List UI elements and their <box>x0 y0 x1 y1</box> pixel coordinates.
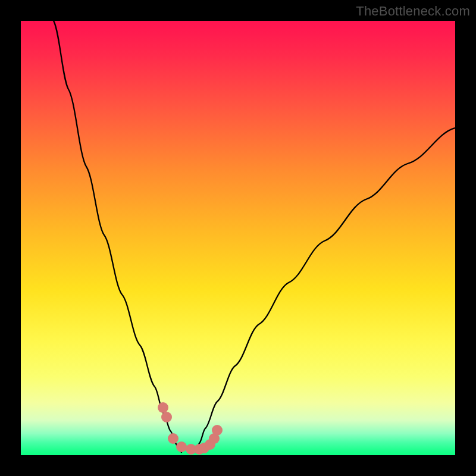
plot-area <box>21 21 455 455</box>
right-curve <box>196 128 455 452</box>
curves-group <box>54 21 455 452</box>
data-dot <box>212 425 223 436</box>
chart-svg <box>21 21 455 455</box>
left-curve <box>54 21 181 452</box>
data-dot <box>158 402 168 413</box>
watermark-label: TheBottleneck.com <box>356 4 470 19</box>
chart-frame: TheBottleneck.com <box>0 0 476 476</box>
data-dot <box>168 433 178 444</box>
data-dot <box>176 441 187 452</box>
data-dot <box>161 412 172 422</box>
